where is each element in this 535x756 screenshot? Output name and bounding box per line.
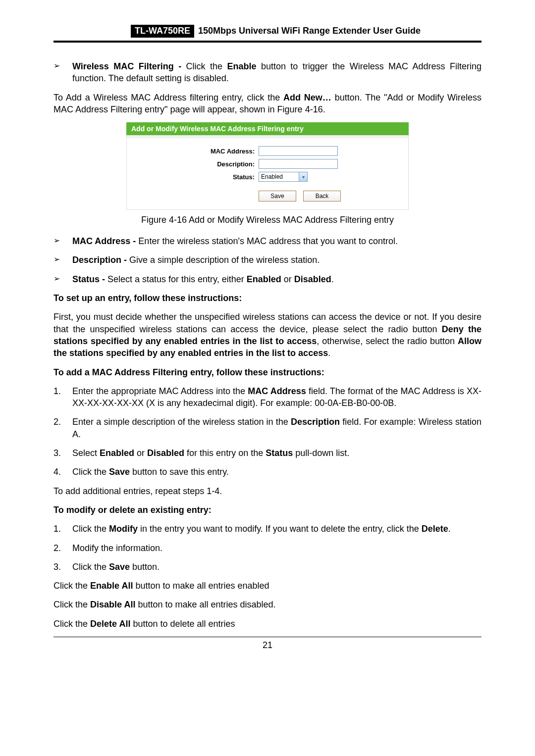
desc-input[interactable] <box>259 159 338 169</box>
bullet-marker: ➢ <box>54 235 72 247</box>
bullet-text: MAC Address - Enter the wireless station… <box>72 235 482 247</box>
figure-button-row: Save Back <box>127 191 408 202</box>
bullet-marker: ➢ <box>54 273 72 285</box>
list-num: 2. <box>54 542 72 554</box>
chevron-down-icon: ▾ <box>299 172 307 181</box>
list-text: Enter a simple description of the wirele… <box>72 416 482 440</box>
doc-title: 150Mbps Universal WiFi Range Extender Us… <box>194 25 421 38</box>
bullet-item: ➢ Wireless MAC Filtering - Click the Ena… <box>54 60 482 85</box>
figure-body: MAC Address: Description: Status: Enable… <box>126 138 409 210</box>
list-text: Modify the information. <box>72 542 482 554</box>
bullet-text: Description - Give a simple description … <box>72 254 482 266</box>
form-row-mac: MAC Address: <box>127 146 408 156</box>
form-row-desc: Description: <box>127 159 408 169</box>
modify-heading: To modify or delete an existing entry: <box>54 504 482 516</box>
figure-panel: Add or Modify Wireless MAC Address Filte… <box>126 122 409 210</box>
bullet-item: ➢ Status - Select a status for this entr… <box>54 273 482 285</box>
add-heading: To add a MAC Address Filtering entry, fo… <box>54 366 482 378</box>
status-select[interactable]: Enabled ▾ <box>259 172 308 182</box>
mac-label: MAC Address: <box>127 148 259 155</box>
header-rule <box>54 41 482 43</box>
setup-heading: To set up an entry, follow these instruc… <box>54 292 482 304</box>
status-label: Status: <box>127 173 259 181</box>
save-button[interactable]: Save <box>259 191 296 202</box>
list-item: 1.Click the Modify in the entry you want… <box>54 523 482 535</box>
page-number: 21 <box>54 640 482 651</box>
list-num: 4. <box>54 466 72 478</box>
status-select-value: Enabled <box>259 172 299 181</box>
list-num: 3. <box>54 561 72 573</box>
tail-paragraph: Click the Delete All button to delete al… <box>54 618 482 630</box>
desc-label: Description: <box>127 160 259 168</box>
bullet-text: Status - Select a status for this entry,… <box>72 273 482 285</box>
list-text: Select Enabled or Disabled for this entr… <box>72 447 482 459</box>
figure-title-bar: Add or Modify Wireless MAC Address Filte… <box>126 122 409 135</box>
back-button[interactable]: Back <box>303 191 341 202</box>
list-item: 4.Click the Save button to save this ent… <box>54 466 482 478</box>
figure-caption: Figure 4-16 Add or Modify Wireless MAC A… <box>54 215 482 225</box>
model-box: TL-WA750RE <box>131 25 194 38</box>
list-item: 2.Enter a simple description of the wire… <box>54 416 482 440</box>
list-item: 3.Click the Save button. <box>54 561 482 573</box>
list-num: 1. <box>54 385 72 409</box>
bullet-marker: ➢ <box>54 254 72 266</box>
bullet-marker: ➢ <box>54 60 72 85</box>
setup-paragraph: First, you must decide whether the unspe… <box>54 311 482 359</box>
intro-paragraph: To Add a Wireless MAC Address filtering … <box>54 92 482 116</box>
tail-paragraph: Click the Disable All button to make all… <box>54 599 482 610</box>
doc-header: TL-WA750RE 150Mbps Universal WiFi Range … <box>54 25 482 38</box>
bullet-item: ➢ MAC Address - Enter the wireless stati… <box>54 235 482 247</box>
list-num: 2. <box>54 416 72 440</box>
form-row-status: Status: Enabled ▾ <box>127 172 408 182</box>
mac-input[interactable] <box>259 146 338 156</box>
add-after-paragraph: To add additional entries, repeat steps … <box>54 485 482 497</box>
footer-rule <box>54 637 482 637</box>
list-item: 2.Modify the information. <box>54 542 482 554</box>
list-text: Click the Modify in the entry you want t… <box>72 523 482 535</box>
list-num: 3. <box>54 447 72 459</box>
list-text: Click the Save button. <box>72 561 482 573</box>
list-item: 1.Enter the appropriate MAC Address into… <box>54 385 482 409</box>
list-text: Enter the appropriate MAC Address into t… <box>72 385 482 409</box>
list-text: Click the Save button to save this entry… <box>72 466 482 478</box>
bullet-item: ➢ Description - Give a simple descriptio… <box>54 254 482 266</box>
bullet-text: Wireless MAC Filtering - Click the Enabl… <box>72 60 482 85</box>
tail-paragraph: Click the Enable All button to make all … <box>54 580 482 592</box>
list-item: 3.Select Enabled or Disabled for this en… <box>54 447 482 459</box>
list-num: 1. <box>54 523 72 535</box>
